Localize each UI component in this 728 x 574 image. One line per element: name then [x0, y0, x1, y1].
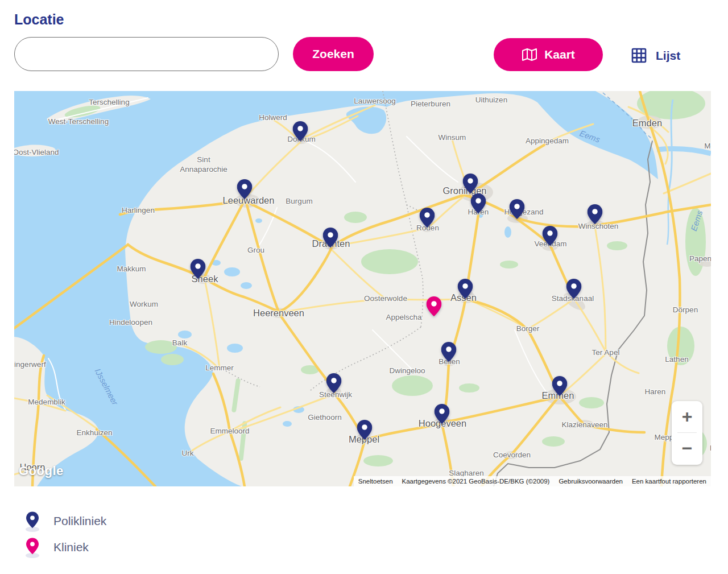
- map-legend: Polikliniek Kliniek: [25, 508, 106, 560]
- map-view-button[interactable]: Kaart: [494, 38, 603, 71]
- map-label-burgum: Burgum: [286, 197, 312, 207]
- map-pin-stadskanaal[interactable]: [566, 279, 582, 299]
- google-logo[interactable]: Google: [19, 464, 64, 478]
- map-label-borger: Borger: [516, 324, 540, 334]
- map-label-ijsselmeer: IJsselmeer: [93, 367, 121, 407]
- map-pin-sneek[interactable]: [191, 259, 206, 279]
- terms-link[interactable]: Gebruiksvoorwaarden: [554, 476, 627, 486]
- map-label-medemblik: Medemblik: [28, 398, 65, 407]
- map-label-klazienaveen: Klazienaveen: [561, 420, 607, 430]
- map-label-eems: Eems: [578, 128, 601, 145]
- grid-icon: [631, 48, 647, 63]
- map-label-heerenveen: Heerenveen: [253, 307, 304, 319]
- map-icon: [522, 48, 537, 61]
- map-label-holwerd: Holwerd: [259, 113, 287, 123]
- map-overlay: TerschellingWest-TerschellingOost-Vliela…: [14, 91, 711, 486]
- map-pin-emmen[interactable]: [552, 376, 568, 396]
- map-label-lathen: Lathen: [665, 355, 688, 365]
- report-map-error-link[interactable]: Een kaartfout rapporteren: [627, 476, 711, 486]
- list-view-button[interactable]: Lijst: [631, 48, 680, 63]
- map-label-makkum: Makkum: [117, 265, 146, 274]
- map-label-appelscha: Appelscha: [386, 313, 421, 323]
- map-pin-steenwijk[interactable]: [326, 373, 342, 393]
- map-label-winsum: Winsum: [439, 133, 466, 143]
- map-label-eems: Eems: [689, 209, 705, 233]
- map-label-harlingen: Harlingen: [122, 206, 155, 216]
- map-pin-leeuwarden[interactable]: [237, 179, 253, 199]
- map-pin-appelscha[interactable]: [427, 296, 442, 316]
- map-label-sint-annaparochie: Sint Annaparochie: [180, 155, 227, 175]
- map-pin-assen[interactable]: [458, 279, 473, 299]
- map-label-hindeloopen: Hindeloopen: [109, 318, 152, 328]
- map-label-giethoorn: Giethoorn: [308, 413, 341, 423]
- map-label-grou: Grou: [247, 246, 264, 255]
- map-label-hasel-nne: Haselünne: [710, 444, 711, 453]
- search-button[interactable]: Zoeken: [293, 37, 374, 71]
- polikliniek-pin-icon: [25, 510, 40, 532]
- legend-item-kliniek: Kliniek: [25, 534, 106, 560]
- map-pin-roden[interactable]: [420, 208, 435, 228]
- map-label-workum: Workum: [130, 300, 158, 309]
- map-label-uithuizen: Uithuizen: [475, 96, 507, 105]
- location-search-input[interactable]: [14, 37, 279, 71]
- map-label-moormerland: Moormerland: [704, 142, 711, 151]
- zoom-out-button[interactable]: −: [672, 433, 702, 464]
- zoom-in-button[interactable]: +: [672, 401, 702, 432]
- legend-label-polikliniek: Polikliniek: [53, 514, 106, 528]
- map-label-pieterburen: Pieterburen: [411, 100, 450, 109]
- list-view-label: Lijst: [656, 49, 680, 63]
- map-pin-drachten[interactable]: [323, 228, 338, 247]
- map-label-ter-apel: Ter Apel: [592, 348, 620, 358]
- map-label-lemmer: Lemmer: [205, 364, 234, 373]
- map-label-enkhuizen: Enkhuizen: [76, 428, 112, 438]
- map-pin-hoogezand[interactable]: [510, 199, 525, 219]
- map-label-terschelling: Terschelling: [89, 98, 129, 108]
- map-label-wieringerwerf: Wieringerwerf: [14, 360, 46, 370]
- map-label-papenburg: Papenburg: [689, 254, 711, 264]
- map-canvas[interactable]: TerschellingWest-TerschellingOost-Vliela…: [14, 91, 711, 486]
- map-label-lauwersoog: Lauwersoog: [354, 97, 396, 106]
- map-label-balk: Balk: [172, 338, 187, 348]
- map-label-emmeloord: Emmeloord: [210, 427, 249, 436]
- map-data-copyright: Kaartgegevens ©2021 GeoBasis-DE/BKG (©20…: [398, 476, 555, 486]
- page-title: Locatie: [14, 11, 64, 28]
- map-label-d-rpen: Dörpen: [673, 305, 698, 315]
- map-label-urk: Urk: [182, 449, 194, 459]
- map-pin-hoogeveen[interactable]: [435, 404, 450, 424]
- map-label-haren: Haren: [645, 387, 666, 397]
- legend-label-kliniek: Kliniek: [53, 540, 89, 554]
- map-pin-meppel[interactable]: [357, 420, 373, 440]
- map-label-coevorden: Coevorden: [493, 451, 531, 460]
- map-view-label: Kaart: [544, 48, 575, 61]
- map-pin-veendam[interactable]: [543, 226, 558, 246]
- page: { "header": { "location_label": "Locatie…: [0, 0, 728, 574]
- map-label-oosterwolde: Oosterwolde: [364, 294, 407, 304]
- map-attribution: Sneltoetsen Kaartgegevens ©2021 GeoBasis…: [354, 476, 711, 486]
- map-pin-winschoten[interactable]: [588, 204, 603, 224]
- map-label-west-terschelling: West-Terschelling: [48, 117, 109, 127]
- map-pin-haren[interactable]: [471, 193, 486, 213]
- map-pin-dokkum[interactable]: [293, 121, 308, 141]
- legend-item-polikliniek: Polikliniek: [25, 508, 106, 534]
- map-label-dwingeloo: Dwingeloo: [389, 366, 425, 376]
- map-pin-beilen[interactable]: [441, 342, 457, 362]
- map-zoom-control: + −: [672, 401, 702, 465]
- sneltoetsen-link[interactable]: Sneltoetsen: [354, 476, 398, 486]
- map-label-oost-vlieland: Oost-Vlieland: [14, 148, 59, 158]
- kliniek-pin-icon: [25, 536, 40, 558]
- map-label-appingedam: Appingedam: [526, 137, 569, 146]
- map-label-emden: Emden: [632, 117, 662, 129]
- map-pin-groningen[interactable]: [463, 174, 478, 193]
